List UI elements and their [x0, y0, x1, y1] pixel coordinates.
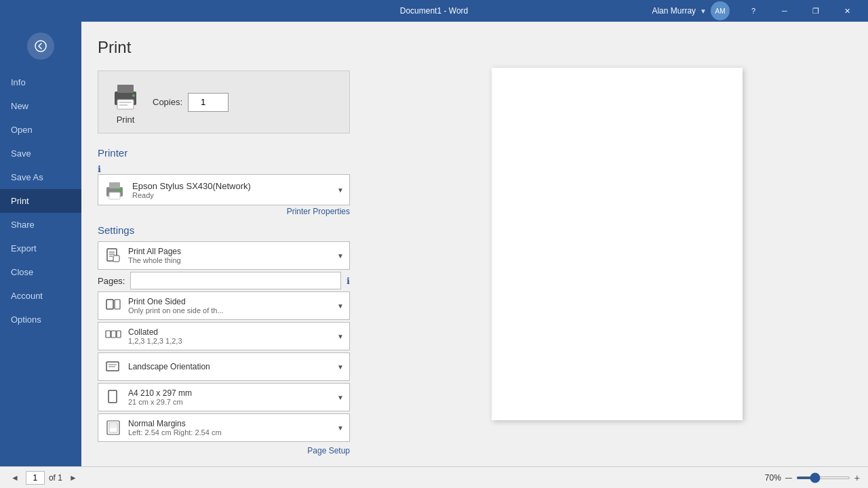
sidebar-item-account[interactable]: Account	[0, 284, 81, 308]
collate-dropdown-arrow: ▼	[337, 333, 344, 340]
margins-dropdown-sub: Left: 2.54 cm Right: 2.54 cm	[128, 428, 332, 436]
print-panel: Print Print Copies:	[81, 22, 366, 466]
svg-rect-5	[119, 104, 127, 106]
svg-point-6	[132, 94, 135, 97]
sidebar-item-new[interactable]: New	[0, 94, 81, 118]
sides-dropdown-main: Print One Sided	[128, 297, 332, 306]
pages-label: Pages:	[98, 276, 125, 286]
preview-area	[366, 22, 868, 466]
sides-dropdown-sub: Only print on one side of th...	[128, 306, 332, 314]
printer-name: Epson Stylus SX430(Network)	[132, 181, 330, 191]
sidebar-item-info[interactable]: Info	[0, 70, 81, 94]
svg-rect-21	[117, 331, 121, 338]
printer-selector[interactable]: Epson Stylus SX430(Network) Ready ▼	[98, 174, 350, 205]
sides-dropdown-arrow: ▼	[337, 302, 344, 310]
svg-rect-8	[109, 182, 120, 188]
printer-status: Ready	[132, 191, 330, 199]
margins-dropdown[interactable]: Normal Margins Left: 2.54 cm Right: 2.54…	[98, 413, 350, 442]
print-action-area: Print Copies:	[98, 70, 350, 134]
window-title: Document1 - Word	[400, 6, 468, 16]
back-button[interactable]	[27, 33, 54, 60]
sidebar-nav: Info New Open Save Save As Print Share E…	[0, 70, 81, 466]
sidebar-item-save-as[interactable]: Save As	[0, 165, 81, 189]
orientation-icon	[104, 357, 123, 376]
collate-dropdown-sub: 1,2,3 1,2,3 1,2,3	[128, 337, 332, 345]
pages-row: Pages: ℹ	[98, 272, 350, 289]
margins-dropdown-main: Normal Margins	[128, 419, 332, 428]
svg-rect-22	[106, 362, 119, 371]
zoom-percent-label: 70%	[765, 473, 781, 483]
paper-dropdown-main: A4 210 x 297 mm	[128, 388, 332, 398]
back-icon	[35, 40, 47, 52]
next-page-button[interactable]: ►	[66, 472, 80, 484]
print-button[interactable]: Print	[109, 79, 142, 125]
pages-dropdown-arrow: ▼	[337, 252, 344, 260]
minimize-button[interactable]: ─	[769, 0, 800, 22]
orientation-dropdown[interactable]: Landscape Orientation ▼	[98, 352, 350, 381]
sides-icon	[104, 296, 123, 315]
app-body: Info New Open Save Save As Print Share E…	[0, 22, 868, 466]
printer-section-header: Printer	[98, 147, 350, 159]
svg-rect-25	[108, 390, 117, 403]
print-btn-label: Print	[117, 115, 135, 125]
svg-rect-17	[106, 300, 113, 309]
user-name: Alan Murray	[652, 6, 696, 16]
avatar: AM	[711, 1, 730, 20]
sidebar-item-export[interactable]: Export	[0, 237, 81, 260]
paper-dropdown[interactable]: A4 210 x 297 mm 21 cm x 29.7 cm ▼	[98, 383, 350, 411]
current-page-input[interactable]	[26, 471, 45, 485]
pages-info-icon[interactable]: ℹ	[347, 276, 350, 286]
zoom-slider[interactable]	[796, 476, 850, 479]
document-preview	[492, 68, 743, 420]
margins-dropdown-arrow: ▼	[337, 424, 344, 432]
printer-properties-link[interactable]: Printer Properties	[98, 207, 350, 216]
copies-input[interactable]	[188, 93, 229, 112]
svg-point-0	[35, 41, 46, 52]
user-info: Alan Murray ▼ AM	[652, 1, 730, 20]
printer-device-icon	[104, 179, 125, 201]
copies-label: Copies:	[153, 97, 182, 107]
paper-dropdown-arrow: ▼	[337, 394, 344, 401]
prev-page-button[interactable]: ◄	[8, 472, 22, 484]
copies-row: Copies:	[153, 93, 229, 112]
pages-input[interactable]	[130, 272, 341, 289]
orientation-dropdown-main: Landscape Orientation	[128, 362, 332, 371]
svg-rect-19	[106, 331, 111, 338]
pages-dropdown-main: Print All Pages	[128, 247, 332, 256]
paper-icon	[104, 388, 123, 407]
pages-icon	[104, 246, 123, 265]
page-setup-link[interactable]: Page Setup	[98, 446, 350, 455]
close-button[interactable]: ✕	[831, 0, 863, 22]
sides-dropdown[interactable]: Print One Sided Only print on one side o…	[98, 291, 350, 320]
printer-info-icon[interactable]: ℹ	[98, 164, 101, 174]
collate-dropdown[interactable]: Collated 1,2,3 1,2,3 1,2,3 ▼	[98, 322, 350, 350]
margins-icon	[104, 418, 123, 437]
help-button[interactable]: ?	[738, 0, 769, 22]
sidebar-item-save[interactable]: Save	[0, 142, 81, 165]
svg-rect-16	[113, 256, 119, 262]
paper-dropdown-sub: 21 cm x 29.7 cm	[128, 398, 332, 406]
svg-point-11	[116, 188, 119, 191]
zoom-out-button[interactable]: ─	[785, 472, 792, 483]
title-bar: Document1 - Word Alan Murray ▼ AM ? ─ ❐ …	[0, 0, 868, 22]
page-navigation: ◄ of 1 ►	[8, 471, 80, 485]
settings-section-header: Settings	[98, 224, 350, 236]
window-controls: ? ─ ❐ ✕	[738, 0, 863, 22]
zoom-in-button[interactable]: +	[854, 472, 860, 483]
sidebar-item-open[interactable]: Open	[0, 118, 81, 142]
collate-dropdown-main: Collated	[128, 327, 332, 337]
pages-dropdown[interactable]: Print All Pages The whole thing ▼	[98, 241, 350, 270]
sidebar-item-share[interactable]: Share	[0, 213, 81, 237]
sidebar-item-options[interactable]: Options	[0, 308, 81, 331]
sidebar: Info New Open Save Save As Print Share E…	[0, 22, 81, 466]
sidebar-item-print[interactable]: Print	[0, 189, 81, 213]
svg-rect-4	[119, 102, 132, 103]
svg-point-10	[119, 188, 122, 191]
svg-rect-18	[115, 300, 120, 309]
orientation-dropdown-arrow: ▼	[337, 363, 344, 371]
collate-icon	[104, 327, 123, 346]
restore-button[interactable]: ❐	[800, 0, 831, 22]
sidebar-item-close[interactable]: Close	[0, 260, 81, 284]
user-dropdown-arrow[interactable]: ▼	[700, 7, 707, 15]
zoom-controls: 70% ─ +	[765, 472, 860, 483]
